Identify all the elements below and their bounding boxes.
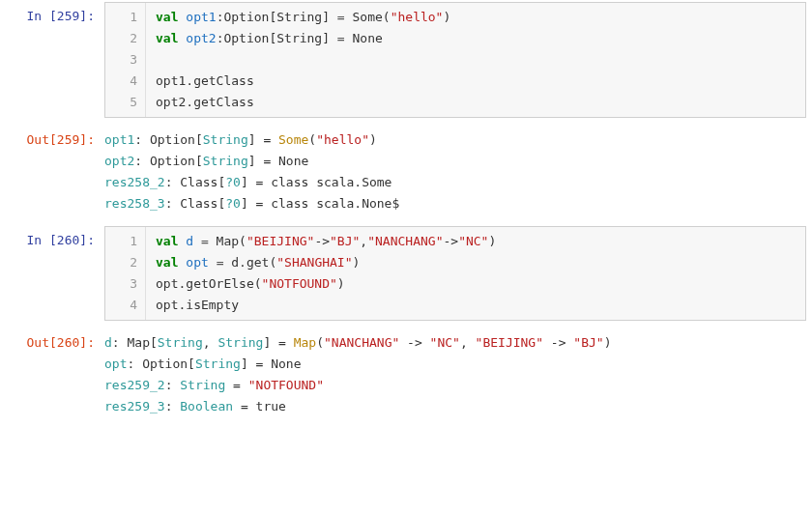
code-token: "hello" (391, 10, 444, 24)
code-token: opt (186, 255, 208, 270)
code-editor[interactable]: 1234val d = Map("BEIJING"->"BJ","NANCHAN… (104, 226, 806, 321)
output-line: res259_3: Boolean = true (104, 396, 802, 417)
code-token: "NOTFOUND" (262, 276, 337, 291)
code-token: = (201, 234, 209, 248)
output-line: res259_2: String = "NOTFOUND" (104, 375, 802, 396)
notebook: In [259]:12345val opt1:Option[String] = … (0, 0, 812, 427)
code-line[interactable]: val opt2:Option[String] = None (156, 28, 796, 49)
code-token: d.get( (223, 255, 276, 270)
output-token: opt2 (104, 154, 134, 168)
line-number: 4 (105, 295, 137, 316)
output-token: ?0 (225, 175, 241, 189)
output-token: Boolean (180, 399, 233, 413)
input-prompt: In [260]: (0, 224, 104, 327)
code-token: opt2.getClass (156, 95, 254, 109)
code-token: Map( (209, 234, 246, 248)
output-token: : Class[ (165, 175, 226, 189)
output-token: ( (316, 335, 324, 350)
output-cell: Out[260]:d: Map[String, String] = Map("N… (0, 327, 812, 427)
code-line[interactable]: opt1.getClass (156, 71, 796, 92)
output-token: ?0 (225, 196, 241, 211)
code-token: ) (337, 276, 345, 291)
code-token: "NANCHANG" (367, 234, 443, 248)
code-token: ) (443, 10, 450, 24)
line-number: 3 (105, 49, 137, 71)
line-number: 1 (105, 231, 137, 252)
code-line[interactable]: val d = Map("BEIJING"->"BJ","NANCHANG"->… (156, 231, 796, 252)
output-token: res258_2 (104, 175, 165, 189)
input-cell: In [260]:1234val d = Map("BEIJING"->"BJ"… (0, 224, 812, 327)
output-token: : (165, 378, 181, 392)
line-number: 2 (105, 28, 137, 49)
output-token: : Option[ (134, 132, 202, 147)
line-number-gutter: 12345 (105, 3, 146, 117)
output-token: String (158, 335, 203, 350)
code-token: :Option[String] (217, 10, 337, 24)
output-token: ] = (263, 335, 293, 350)
code-token: "NC" (458, 234, 488, 248)
output-token: String (180, 378, 225, 392)
code-token: , (360, 234, 367, 248)
code-line[interactable]: val opt1:Option[String] = Some("hello") (156, 7, 796, 28)
code-token: = (337, 10, 345, 24)
code-token: "SHANGHAI" (276, 255, 352, 270)
code-line[interactable]: opt2.getClass (156, 92, 796, 113)
code-token (193, 234, 201, 248)
output-token: ] = class scala.Some (241, 175, 392, 189)
output-line: d: Map[String, String] = Map("NANCHANG" … (104, 332, 802, 354)
output-token: Some (278, 132, 308, 147)
output-prompt: Out[260]: (0, 327, 104, 427)
output-prompt: Out[259]: (0, 124, 104, 224)
code-editor[interactable]: 12345val opt1:Option[String] = Some("hel… (104, 2, 806, 118)
output-token: : Option[ (127, 356, 194, 371)
output-line: res258_2: Class[?0] = class scala.Some (104, 172, 802, 193)
code-content[interactable]: val d = Map("BEIJING"->"BJ","NANCHANG"->… (146, 227, 805, 320)
code-token: Some( (345, 10, 391, 24)
output-token: ) (369, 132, 377, 147)
code-token: val (156, 234, 178, 248)
line-number: 5 (105, 92, 137, 113)
output-token: "NC" (430, 335, 460, 350)
output-token: ( (308, 132, 316, 147)
output-token: "NANCHANG" (324, 335, 399, 350)
code-line[interactable] (156, 49, 796, 71)
code-token: val (156, 31, 178, 45)
output-token: String (203, 132, 248, 147)
output-token: res259_3 (104, 399, 165, 413)
output-token: : Map[ (112, 335, 158, 350)
output-token: -> (543, 335, 573, 350)
output-token: "BJ" (573, 335, 603, 350)
code-line[interactable]: opt.getOrElse("NOTFOUND") (156, 273, 796, 295)
output-token: res259_2 (104, 378, 165, 392)
code-token: :Option[String] (217, 31, 337, 45)
code-line[interactable]: opt.isEmpty (156, 295, 796, 316)
output-token: , (203, 335, 218, 350)
code-line[interactable]: val opt = d.get("SHANGHAI") (156, 252, 796, 273)
input-prompt: In [259]: (0, 0, 104, 124)
code-token (209, 255, 217, 270)
code-token: None (345, 31, 383, 45)
output-token: opt (104, 356, 127, 371)
output-token: Map (294, 335, 316, 350)
code-token: opt.getOrElse( (156, 276, 262, 291)
code-token: opt1.getClass (156, 73, 254, 88)
line-number-gutter: 1234 (105, 227, 146, 320)
line-number: 4 (105, 71, 137, 92)
code-token: opt.isEmpty (156, 298, 239, 312)
output-token: String (203, 154, 248, 168)
output-token: "hello" (316, 132, 369, 147)
output-line: opt2: Option[String] = None (104, 151, 802, 172)
output-token: ) (604, 335, 612, 350)
code-token: opt2 (186, 31, 216, 45)
output-cell: Out[259]:opt1: Option[String] = Some("he… (0, 124, 812, 224)
output-token: : Option[ (134, 154, 202, 168)
output-content: d: Map[String, String] = Map("NANCHANG" … (104, 327, 812, 427)
code-token: "BJ" (330, 234, 360, 248)
output-token: d (104, 335, 112, 350)
output-token: -> (399, 335, 429, 350)
output-token: = (225, 378, 247, 392)
code-token: val (156, 10, 178, 24)
code-content[interactable]: val opt1:Option[String] = Some("hello")v… (146, 3, 805, 117)
output-token: = true (233, 399, 286, 413)
line-number: 2 (105, 252, 137, 273)
